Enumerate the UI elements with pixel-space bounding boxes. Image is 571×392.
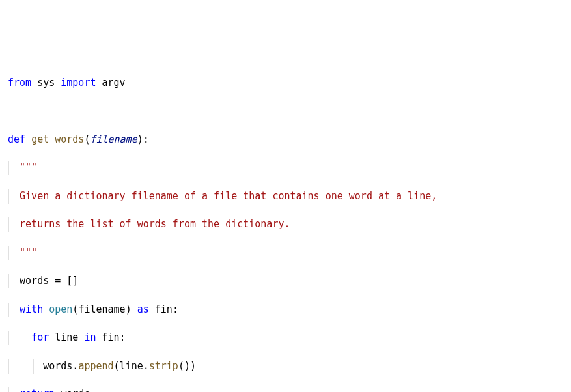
keyword-for: for bbox=[31, 331, 49, 343]
identifier: fin bbox=[102, 331, 120, 343]
blank-line bbox=[8, 104, 563, 119]
method-append: append bbox=[78, 360, 113, 372]
function-name: get_words bbox=[31, 133, 84, 145]
keyword-with: with bbox=[20, 303, 43, 315]
keyword-from: from bbox=[8, 77, 31, 89]
code-line: """ bbox=[8, 246, 563, 260]
docstring: returns the list of words from the dicti… bbox=[20, 218, 290, 230]
keyword-import: import bbox=[61, 77, 96, 89]
code-line: def get_words(filename): bbox=[8, 133, 563, 147]
docstring-delim: """ bbox=[20, 161, 37, 173]
statement: words = [] bbox=[20, 275, 78, 287]
code-line: words = [] bbox=[8, 274, 563, 288]
module: sys bbox=[37, 77, 55, 89]
keyword-def: def bbox=[8, 133, 25, 145]
code-text: words. bbox=[43, 360, 78, 372]
code-line: return words bbox=[8, 387, 563, 392]
argument: filename bbox=[78, 303, 125, 315]
identifier: argv bbox=[102, 77, 126, 89]
code-block: from sys import argv def get_words(filen… bbox=[8, 62, 563, 392]
keyword-return: return bbox=[20, 388, 55, 392]
code-line: for line in fin: bbox=[8, 331, 563, 345]
identifier: words bbox=[61, 388, 90, 392]
keyword-in: in bbox=[84, 331, 96, 343]
keyword-as: as bbox=[137, 303, 149, 315]
code-line: """ bbox=[8, 161, 563, 175]
identifier: fin bbox=[155, 303, 173, 315]
code-line: with open(filename) as fin: bbox=[8, 303, 563, 317]
docstring-delim: """ bbox=[20, 247, 37, 259]
method-strip: strip bbox=[149, 360, 178, 372]
code-line: words.append(line.strip()) bbox=[8, 359, 563, 374]
builtin-open: open bbox=[49, 303, 72, 315]
code-line: from sys import argv bbox=[8, 76, 563, 91]
code-line: returns the list of words from the dicti… bbox=[8, 217, 563, 232]
code-line: Given a dictionary filename of a file th… bbox=[8, 189, 563, 204]
parameter: filename bbox=[90, 133, 137, 145]
code-text: (line. bbox=[114, 360, 149, 372]
docstring: Given a dictionary filename of a file th… bbox=[20, 190, 437, 202]
code-text: ()) bbox=[178, 360, 196, 372]
identifier: line bbox=[55, 331, 78, 343]
